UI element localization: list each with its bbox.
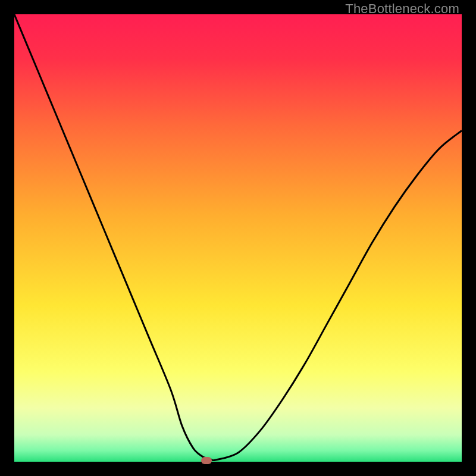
chart-frame (14, 14, 462, 462)
optimal-point-marker (201, 457, 212, 464)
bottleneck-curve (14, 14, 462, 462)
curve-path (14, 14, 462, 461)
